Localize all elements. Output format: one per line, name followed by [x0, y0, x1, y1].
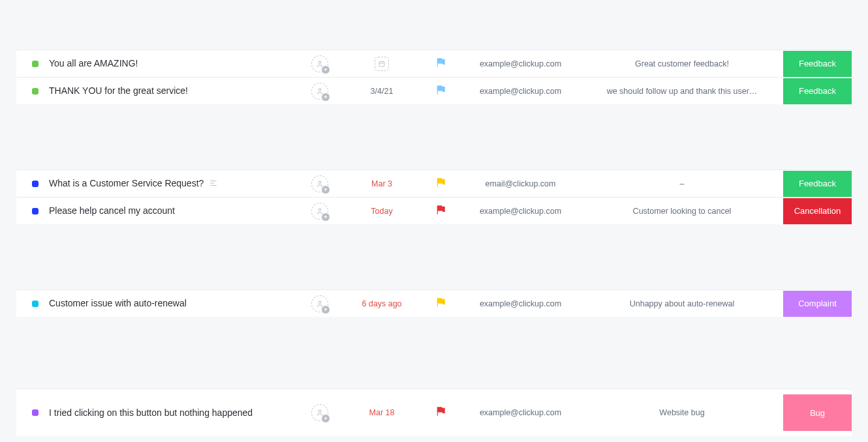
svg-rect-1	[379, 61, 384, 66]
comment-cell[interactable]: –	[581, 179, 783, 188]
tag-cell[interactable]: Feedback	[783, 78, 852, 104]
status-dot	[32, 301, 39, 307]
task-title[interactable]: You all are AMAZING!	[42, 57, 297, 70]
svg-point-5	[318, 301, 321, 303]
email-cell[interactable]: example@clickup.com	[460, 207, 581, 216]
priority-cell[interactable]	[421, 57, 460, 71]
task-row[interactable]: I tried clicking on this button but noth…	[16, 389, 852, 436]
email-cell[interactable]: example@clickup.com	[460, 299, 581, 308]
assignee-empty-icon[interactable]: +	[311, 83, 328, 100]
due-date-cell[interactable]: 6 days ago	[343, 299, 421, 308]
tag-cell[interactable]: Feedback	[783, 171, 852, 197]
tag-cell[interactable]: Cancellation	[783, 198, 852, 224]
due-date-cell[interactable]: 3/4/21	[343, 87, 421, 96]
email-cell[interactable]: example@clickup.com	[460, 87, 581, 96]
flag-icon	[435, 57, 446, 71]
status-cell[interactable]	[16, 208, 42, 214]
svg-point-4	[318, 208, 321, 211]
comment-cell[interactable]: Customer looking to cancel	[581, 207, 783, 216]
status-dot	[32, 409, 39, 416]
status-cell[interactable]	[16, 61, 42, 67]
assignee-empty-icon[interactable]: +	[311, 203, 328, 220]
task-title[interactable]: THANK YOU for the great service!	[42, 85, 297, 97]
plus-icon: +	[322, 213, 330, 221]
tag-cell[interactable]: Bug	[783, 394, 852, 431]
task-title[interactable]: I tried clicking on this button but noth…	[42, 407, 297, 419]
status-cell[interactable]	[16, 88, 42, 95]
svg-point-0	[318, 61, 321, 63]
comment-cell[interactable]: Unhappy about auto-renewal	[581, 299, 783, 308]
plus-icon: +	[322, 306, 330, 314]
assignee-cell[interactable]: +	[297, 404, 343, 421]
priority-cell[interactable]	[421, 177, 460, 191]
email-cell[interactable]: email@clickup.com	[460, 179, 581, 188]
svg-point-6	[318, 410, 321, 413]
task-title-text: What is a Customer Service Request?	[49, 177, 204, 190]
task-title[interactable]: Customer issue with auto-renewal	[42, 297, 297, 310]
flag-icon	[435, 297, 446, 311]
email-cell[interactable]: example@clickup.com	[460, 408, 581, 417]
plus-icon: +	[322, 66, 330, 74]
email-cell[interactable]: example@clickup.com	[460, 59, 581, 68]
task-row[interactable]: What is a Customer Service Request?+Mar …	[16, 169, 852, 197]
task-row[interactable]: Customer issue with auto-renewal+6 days …	[16, 289, 852, 317]
due-date-cell[interactable]: Mar 18	[343, 408, 421, 417]
comment-cell[interactable]: Great customer feedback!	[581, 59, 783, 68]
flag-icon	[435, 177, 446, 191]
status-dot	[32, 61, 39, 67]
priority-cell[interactable]	[421, 84, 460, 98]
task-title-text: Customer issue with auto-renewal	[49, 297, 187, 310]
tag-bug[interactable]: Bug	[783, 394, 852, 431]
flag-icon	[435, 405, 446, 420]
task-title-text: You all are AMAZING!	[49, 57, 138, 70]
tag-feedback[interactable]: Feedback	[783, 51, 852, 77]
plus-icon: +	[322, 93, 330, 101]
task-list: You all are AMAZING!+example@clickup.com…	[0, 50, 868, 436]
status-cell[interactable]	[16, 409, 42, 416]
task-title-text: THANK YOU for the great service!	[49, 85, 188, 97]
svg-point-2	[318, 88, 321, 91]
comment-cell[interactable]: we should follow up and thank this user…	[581, 87, 783, 96]
assignee-empty-icon[interactable]: +	[311, 295, 328, 312]
status-dot	[32, 181, 39, 187]
due-date-cell[interactable]: Mar 3	[343, 179, 421, 188]
tag-cell[interactable]: Complaint	[783, 291, 852, 317]
assignee-cell[interactable]: +	[297, 295, 343, 312]
priority-cell[interactable]	[421, 405, 460, 420]
assignee-empty-icon[interactable]: +	[311, 404, 328, 421]
svg-point-3	[318, 181, 321, 183]
tag-cancellation[interactable]: Cancellation	[783, 198, 852, 224]
task-row[interactable]: THANK YOU for the great service!+3/4/21e…	[16, 77, 852, 104]
task-row[interactable]: Please help cancel my account+Todayexamp…	[16, 197, 852, 224]
status-cell[interactable]	[16, 181, 42, 187]
assignee-cell[interactable]: +	[297, 55, 343, 72]
plus-icon: +	[322, 415, 330, 422]
assignee-cell[interactable]: +	[297, 203, 343, 220]
assignee-empty-icon[interactable]: +	[311, 55, 328, 72]
comment-cell[interactable]: Website bug	[581, 408, 783, 417]
assignee-cell[interactable]: +	[297, 83, 343, 100]
flag-icon	[435, 84, 446, 98]
assignee-empty-icon[interactable]: +	[311, 175, 328, 192]
task-row[interactable]: You all are AMAZING!+example@clickup.com…	[16, 50, 852, 77]
due-date-cell[interactable]	[343, 57, 421, 71]
task-title-text: Please help cancel my account	[49, 205, 175, 217]
plus-icon: +	[322, 186, 330, 194]
status-dot	[32, 88, 39, 95]
task-title-text: I tried clicking on this button but noth…	[49, 407, 253, 419]
tag-feedback[interactable]: Feedback	[783, 78, 852, 104]
due-date-cell[interactable]: Today	[343, 207, 421, 216]
tag-cell[interactable]: Feedback	[783, 51, 852, 77]
description-icon	[209, 179, 218, 188]
calendar-icon[interactable]	[375, 57, 389, 71]
status-dot	[32, 208, 39, 214]
priority-cell[interactable]	[421, 297, 460, 311]
tag-complaint[interactable]: Complaint	[783, 291, 852, 317]
task-title[interactable]: Please help cancel my account	[42, 205, 297, 217]
assignee-cell[interactable]: +	[297, 175, 343, 192]
priority-cell[interactable]	[421, 204, 460, 218]
tag-feedback[interactable]: Feedback	[783, 171, 852, 197]
status-cell[interactable]	[16, 301, 42, 307]
task-title[interactable]: What is a Customer Service Request?	[42, 177, 297, 190]
flag-icon	[435, 204, 446, 218]
